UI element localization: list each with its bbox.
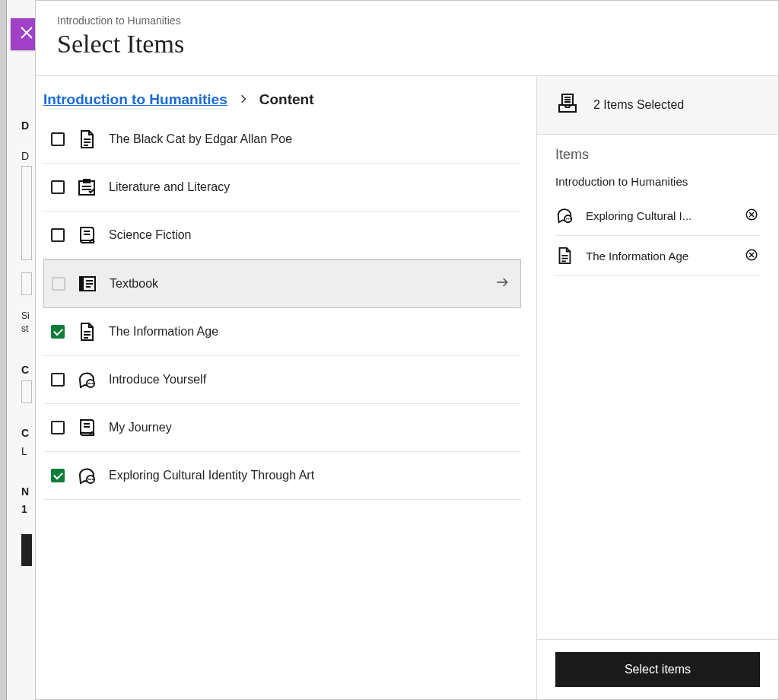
journal-icon xyxy=(77,225,97,245)
item-label: Exploring Cultural Identity Through Art xyxy=(109,469,314,482)
item-checkbox[interactable] xyxy=(51,469,65,482)
content-item-row[interactable]: Literature and Literacy xyxy=(43,164,521,212)
item-label: My Journey xyxy=(109,421,172,434)
dialog-footer: Select items xyxy=(537,639,778,699)
select-items-button[interactable]: Select items xyxy=(555,652,760,687)
bg-frag: D xyxy=(21,149,29,164)
content-item-row[interactable]: Science Fiction xyxy=(43,212,521,259)
content-item-row[interactable]: The Information Age xyxy=(43,308,521,356)
bg-frag: st xyxy=(21,323,28,336)
selected-items-heading: Items xyxy=(555,147,760,163)
assignment-icon xyxy=(77,177,97,197)
bg-box xyxy=(21,166,32,260)
background-left-strip xyxy=(0,0,7,700)
item-label: Introduce Yourself xyxy=(109,373,206,387)
document-icon xyxy=(77,129,97,149)
close-icon xyxy=(18,24,35,44)
bg-frag: C xyxy=(21,426,29,441)
discussion-icon xyxy=(555,206,574,224)
selected-items-list: Exploring Cultural I...The Information A… xyxy=(555,196,760,276)
content-column: Introduction to Humanities Content The B… xyxy=(36,76,536,699)
document-icon xyxy=(555,247,574,265)
header-title: Select Items xyxy=(57,30,757,59)
select-items-dialog: Introduction to Humanities Select Items … xyxy=(35,0,779,700)
content-item-row[interactable]: Exploring Cultural Identity Through Art xyxy=(43,452,521,500)
arrow-right-icon xyxy=(494,275,510,293)
item-checkbox[interactable] xyxy=(51,421,65,434)
content-item-list: The Black Cat by Edgar Allan PoeLiteratu… xyxy=(43,116,521,500)
breadcrumb-root-link[interactable]: Introduction to Humanities xyxy=(43,91,227,108)
selection-summary: 2 Items Selected xyxy=(537,76,778,135)
remove-selected-button[interactable] xyxy=(745,248,760,263)
item-checkbox[interactable] xyxy=(51,228,65,242)
textbook-icon xyxy=(78,274,97,294)
breadcrumb-current: Content xyxy=(259,91,314,108)
item-checkbox[interactable] xyxy=(52,277,65,291)
remove-selected-button[interactable] xyxy=(745,208,760,223)
discussion-icon xyxy=(77,466,97,485)
chevron-right-icon xyxy=(238,91,249,108)
header-subtitle: Introduction to Humanities xyxy=(57,14,757,27)
tray-icon xyxy=(555,91,580,119)
selected-item-label: Exploring Cultural I... xyxy=(586,209,733,222)
content-folder-row[interactable]: Textbook xyxy=(43,259,521,308)
bg-frag: 1 xyxy=(21,502,27,517)
selected-items-pane: Items Introduction to Humanities Explori… xyxy=(537,135,778,639)
bg-box xyxy=(21,380,32,403)
item-label: Textbook xyxy=(110,277,158,291)
content-item-row[interactable]: The Black Cat by Edgar Allan Poe xyxy=(43,116,521,164)
bg-frag: L xyxy=(21,444,27,460)
item-checkbox[interactable] xyxy=(51,180,65,194)
content-item-row[interactable]: My Journey xyxy=(43,404,521,452)
item-checkbox[interactable] xyxy=(51,132,65,146)
document-icon xyxy=(77,322,97,342)
bg-box xyxy=(21,272,32,295)
selected-item-row: The Information Age xyxy=(555,236,760,276)
bg-dark-button xyxy=(21,534,32,566)
dialog-body: Introduction to Humanities Content The B… xyxy=(36,76,778,699)
item-label: Science Fiction xyxy=(109,228,192,242)
selected-group-title: Introduction to Humanities xyxy=(555,175,760,188)
content-item-row[interactable]: Introduce Yourself xyxy=(43,356,521,404)
selection-count-label: 2 Items Selected xyxy=(593,98,684,112)
bg-frag: C xyxy=(21,363,29,378)
item-label: Literature and Literacy xyxy=(109,180,230,194)
item-label: The Information Age xyxy=(109,325,218,339)
item-checkbox[interactable] xyxy=(51,373,65,387)
bg-frag: D xyxy=(21,119,29,134)
item-label: The Black Cat by Edgar Allan Poe xyxy=(109,132,292,146)
breadcrumb: Introduction to Humanities Content xyxy=(36,76,536,116)
selection-column: 2 Items Selected Items Introduction to H… xyxy=(536,76,778,699)
selected-item-row: Exploring Cultural I... xyxy=(555,196,760,236)
selected-item-label: The Information Age xyxy=(586,250,733,262)
dialog-header: Introduction to Humanities Select Items xyxy=(36,1,778,76)
bg-frag: Si xyxy=(21,310,30,323)
bg-frag: N xyxy=(21,485,29,500)
discussion-icon xyxy=(77,370,97,390)
journal-icon xyxy=(77,418,97,438)
item-checkbox[interactable] xyxy=(51,325,65,339)
